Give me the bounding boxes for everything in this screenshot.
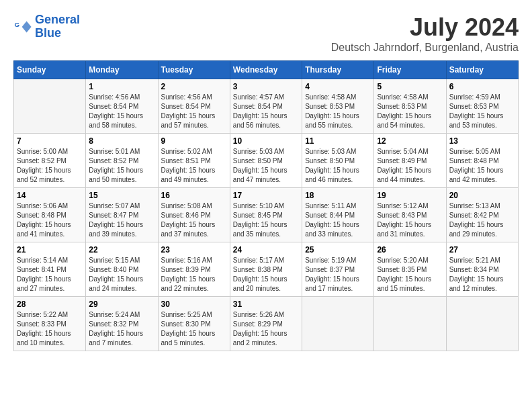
day-number: 23 (161, 245, 227, 255)
day-info: Sunrise: 5:24 AMSunset: 8:32 PMDaylight:… (89, 310, 154, 348)
calendar-cell: 3Sunrise: 4:57 AMSunset: 8:54 PMDaylight… (230, 79, 302, 134)
column-header-monday: Monday (86, 61, 158, 79)
calendar-cell: 21Sunrise: 5:14 AMSunset: 8:41 PMDayligh… (14, 242, 86, 297)
day-info: Sunrise: 5:00 AMSunset: 8:52 PMDaylight:… (17, 147, 83, 185)
day-info: Sunrise: 5:08 AMSunset: 8:46 PMDaylight:… (161, 201, 227, 239)
day-number: 19 (377, 191, 443, 200)
day-info: Sunrise: 5:07 AMSunset: 8:47 PMDaylight:… (89, 201, 154, 239)
calendar-cell: 22Sunrise: 5:15 AMSunset: 8:40 PMDayligh… (86, 242, 158, 297)
calendar-cell: 4Sunrise: 4:58 AMSunset: 8:53 PMDaylight… (302, 79, 374, 134)
logo-text: General Blue (35, 13, 80, 40)
calendar-cell: 13Sunrise: 5:05 AMSunset: 8:48 PMDayligh… (446, 134, 518, 188)
day-number: 29 (89, 300, 154, 309)
column-header-saturday: Saturday (446, 61, 518, 79)
column-header-thursday: Thursday (302, 61, 374, 79)
calendar-cell: 28Sunrise: 5:22 AMSunset: 8:33 PMDayligh… (14, 297, 86, 351)
svg-marker-1 (22, 21, 32, 32)
calendar-cell: 14Sunrise: 5:06 AMSunset: 8:48 PMDayligh… (14, 188, 86, 242)
calendar-cell: 16Sunrise: 5:08 AMSunset: 8:46 PMDayligh… (158, 188, 230, 242)
calendar-cell: 12Sunrise: 5:04 AMSunset: 8:49 PMDayligh… (374, 134, 446, 188)
day-info: Sunrise: 4:58 AMSunset: 8:53 PMDaylight:… (377, 93, 443, 130)
day-number: 9 (161, 136, 227, 146)
day-number: 11 (305, 136, 371, 146)
day-number: 21 (17, 245, 83, 255)
day-number: 5 (377, 82, 443, 91)
day-info: Sunrise: 5:03 AMSunset: 8:50 PMDaylight:… (305, 147, 371, 185)
calendar-cell: 6Sunrise: 4:59 AMSunset: 8:53 PMDaylight… (446, 79, 518, 134)
day-number: 4 (305, 82, 371, 91)
day-info: Sunrise: 4:56 AMSunset: 8:54 PMDaylight:… (89, 93, 154, 130)
day-info: Sunrise: 5:25 AMSunset: 8:30 PMDaylight:… (161, 310, 227, 348)
calendar-cell (374, 297, 446, 351)
calendar-cell: 24Sunrise: 5:17 AMSunset: 8:38 PMDayligh… (230, 242, 302, 297)
day-info: Sunrise: 5:12 AMSunset: 8:43 PMDaylight:… (377, 201, 443, 239)
calendar-cell: 5Sunrise: 4:58 AMSunset: 8:53 PMDaylight… (374, 79, 446, 134)
calendar-cell: 30Sunrise: 5:25 AMSunset: 8:30 PMDayligh… (158, 297, 230, 351)
day-number: 15 (89, 191, 154, 200)
day-number: 27 (449, 245, 515, 255)
day-number: 31 (233, 300, 299, 309)
day-number: 13 (449, 136, 515, 146)
column-header-wednesday: Wednesday (230, 61, 302, 79)
day-number: 28 (17, 300, 83, 309)
day-number: 6 (449, 82, 515, 91)
calendar-cell: 15Sunrise: 5:07 AMSunset: 8:47 PMDayligh… (86, 188, 158, 242)
week-row-1: 1Sunrise: 4:56 AMSunset: 8:54 PMDaylight… (14, 79, 519, 134)
day-number: 10 (233, 136, 299, 146)
calendar-cell: 11Sunrise: 5:03 AMSunset: 8:50 PMDayligh… (302, 134, 374, 188)
day-number: 2 (161, 82, 227, 91)
day-info: Sunrise: 5:03 AMSunset: 8:50 PMDaylight:… (233, 147, 299, 185)
column-header-tuesday: Tuesday (158, 61, 230, 79)
calendar-cell: 19Sunrise: 5:12 AMSunset: 8:43 PMDayligh… (374, 188, 446, 242)
logo: G General Blue (13, 13, 80, 40)
calendar-cell: 1Sunrise: 4:56 AMSunset: 8:54 PMDaylight… (86, 79, 158, 134)
day-info: Sunrise: 5:02 AMSunset: 8:51 PMDaylight:… (161, 147, 227, 185)
subtitle: Deutsch Jahrndorf, Burgenland, Austria (331, 42, 519, 54)
day-number: 16 (161, 191, 227, 200)
day-number: 1 (89, 82, 154, 91)
calendar-cell: 29Sunrise: 5:24 AMSunset: 8:32 PMDayligh… (86, 297, 158, 351)
day-info: Sunrise: 5:01 AMSunset: 8:52 PMDaylight:… (89, 147, 154, 185)
day-info: Sunrise: 5:10 AMSunset: 8:45 PMDaylight:… (233, 201, 299, 239)
day-info: Sunrise: 5:22 AMSunset: 8:33 PMDaylight:… (17, 310, 83, 348)
day-number: 20 (449, 191, 515, 200)
calendar-cell: 8Sunrise: 5:01 AMSunset: 8:52 PMDaylight… (86, 134, 158, 188)
day-info: Sunrise: 5:04 AMSunset: 8:49 PMDaylight:… (377, 147, 443, 185)
header-row: SundayMondayTuesdayWednesdayThursdayFrid… (14, 61, 519, 79)
day-number: 12 (377, 136, 443, 146)
calendar-cell: 31Sunrise: 5:26 AMSunset: 8:29 PMDayligh… (230, 297, 302, 351)
day-info: Sunrise: 4:56 AMSunset: 8:54 PMDaylight:… (161, 93, 227, 130)
calendar-cell: 18Sunrise: 5:11 AMSunset: 8:44 PMDayligh… (302, 188, 374, 242)
column-header-friday: Friday (374, 61, 446, 79)
day-info: Sunrise: 4:58 AMSunset: 8:53 PMDaylight:… (305, 93, 371, 130)
day-number: 18 (305, 191, 371, 200)
day-info: Sunrise: 5:13 AMSunset: 8:42 PMDaylight:… (449, 201, 515, 239)
week-row-4: 21Sunrise: 5:14 AMSunset: 8:41 PMDayligh… (14, 242, 519, 297)
calendar-cell (302, 297, 374, 351)
day-number: 3 (233, 82, 299, 91)
week-row-2: 7Sunrise: 5:00 AMSunset: 8:52 PMDaylight… (14, 134, 519, 188)
logo-line1: General (35, 13, 80, 26)
calendar-cell (14, 79, 86, 134)
day-info: Sunrise: 5:11 AMSunset: 8:44 PMDaylight:… (305, 201, 371, 239)
week-row-5: 28Sunrise: 5:22 AMSunset: 8:33 PMDayligh… (14, 297, 519, 351)
day-info: Sunrise: 5:17 AMSunset: 8:38 PMDaylight:… (233, 256, 299, 293)
day-info: Sunrise: 5:16 AMSunset: 8:39 PMDaylight:… (161, 256, 227, 293)
calendar-cell: 26Sunrise: 5:20 AMSunset: 8:35 PMDayligh… (374, 242, 446, 297)
calendar-cell: 10Sunrise: 5:03 AMSunset: 8:50 PMDayligh… (230, 134, 302, 188)
day-number: 24 (233, 245, 299, 255)
calendar-table: SundayMondayTuesdayWednesdayThursdayFrid… (13, 60, 519, 351)
day-info: Sunrise: 5:26 AMSunset: 8:29 PMDaylight:… (233, 310, 299, 348)
page-header: G General Blue July 2024 Deutsch Jahrndo… (13, 13, 519, 54)
calendar-cell: 9Sunrise: 5:02 AMSunset: 8:51 PMDaylight… (158, 134, 230, 188)
title-block: July 2024 Deutsch Jahrndorf, Burgenland,… (331, 13, 519, 54)
column-header-sunday: Sunday (14, 61, 86, 79)
day-number: 25 (305, 245, 371, 255)
calendar-cell (446, 297, 518, 351)
calendar-cell: 25Sunrise: 5:19 AMSunset: 8:37 PMDayligh… (302, 242, 374, 297)
day-number: 14 (17, 191, 83, 200)
logo-line2: Blue (35, 26, 61, 40)
day-number: 8 (89, 136, 154, 146)
calendar-cell: 23Sunrise: 5:16 AMSunset: 8:39 PMDayligh… (158, 242, 230, 297)
week-row-3: 14Sunrise: 5:06 AMSunset: 8:48 PMDayligh… (14, 188, 519, 242)
